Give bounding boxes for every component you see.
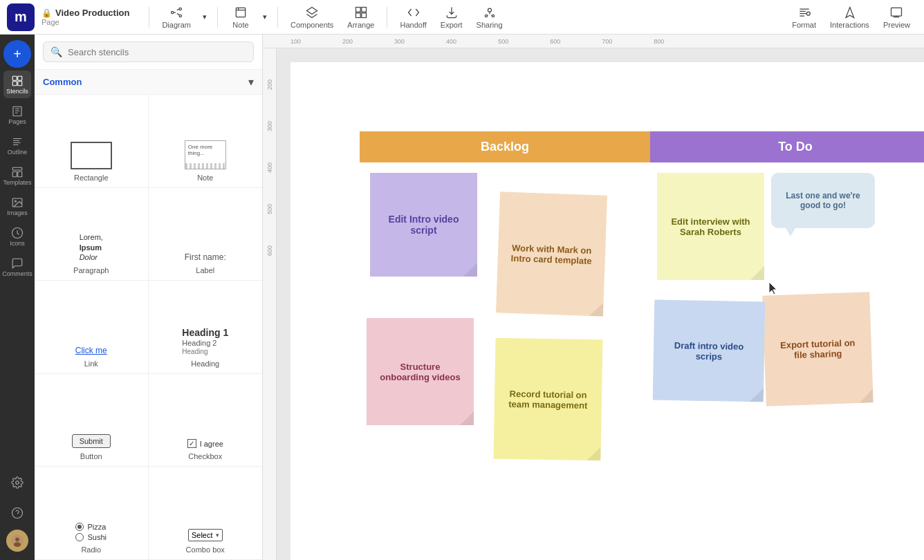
sharing-label: Sharing (477, 21, 503, 29)
kanban-board: Backlog Edit Intro video script Work wit… (360, 131, 924, 543)
svg-rect-19 (12, 171, 17, 177)
search-input[interactable] (68, 47, 246, 57)
sidebar-item-icons[interactable]: Icons (3, 223, 31, 250)
paragraph-label: Paragraph (73, 266, 109, 274)
stencil-label[interactable]: First name: Label (149, 188, 263, 281)
todo-column: To Do Edit interview with Sarah Roberts … (650, 131, 924, 543)
note-label: Note (197, 174, 213, 182)
canvas-content[interactable]: Backlog Edit Intro video script Work wit… (277, 48, 924, 560)
sidebar-item-images[interactable]: Images (3, 192, 31, 220)
main-area: + Stencils Pages Outline Templa (0, 35, 924, 560)
note-arrow[interactable]: ▾ (258, 10, 272, 24)
sticky-corner (859, 389, 874, 403)
app-logo[interactable]: m (7, 3, 35, 31)
preview-button[interactable]: Preview (876, 3, 917, 32)
backlog-header: Backlog (360, 131, 650, 162)
note-button[interactable]: Note (223, 3, 258, 32)
combo-box-label: Combo box (186, 545, 225, 554)
card-edit-intro[interactable]: Edit Intro video script (370, 173, 477, 277)
svg-rect-7 (362, 12, 367, 17)
project-subtitle: Page (41, 18, 129, 26)
components-label: Components (290, 21, 333, 29)
code-button[interactable]: Handoff (393, 3, 433, 32)
card-export-tutorial[interactable]: Export tutorial on file sharing (762, 292, 873, 406)
stencil-heading[interactable]: Heading 1 Heading 2 Heading Heading (149, 281, 263, 374)
card-record-tutorial[interactable]: Record tutorial on team management (493, 338, 602, 461)
ruler-mark-600: 600 (550, 38, 560, 45)
stencils-panel: 🔍 Common ▾ Rectangle One more thing... N… (35, 35, 263, 560)
export-button[interactable]: Export (434, 3, 470, 32)
stencils-section-header[interactable]: Common ▾ (35, 70, 262, 95)
interactions-label: Interactions (830, 21, 869, 29)
user-avatar[interactable] (6, 530, 28, 552)
svg-point-23 (16, 481, 19, 485)
combo-box-shape: Select ▾ (188, 529, 223, 541)
label-shape: First name: (185, 252, 226, 262)
format-label: Format (792, 21, 816, 29)
stencil-paragraph[interactable]: Lorem,IpsumDolor Paragraph (35, 188, 149, 281)
stencil-checkbox[interactable]: ✓ I agree Checkbox (149, 374, 263, 467)
sidebar-item-pages[interactable]: Pages (3, 101, 31, 129)
svg-rect-18 (12, 167, 22, 170)
todo-body[interactable]: Edit interview with Sarah Roberts Last o… (650, 162, 924, 543)
note-label: Note (232, 21, 248, 29)
stencil-note[interactable]: One more thing... Note (149, 95, 263, 188)
search-wrapper[interactable]: 🔍 (43, 41, 254, 62)
ruler-mark-800: 800 (654, 38, 664, 45)
stencil-radio[interactable]: Pizza Sushi Radio (35, 467, 149, 560)
sharing-button[interactable]: Sharing (470, 3, 510, 32)
ruler-mark-400: 400 (446, 38, 456, 45)
export-label: Export (441, 21, 463, 29)
stencil-button[interactable]: Submit Button (35, 374, 149, 467)
card-draft-intro[interactable]: Draft intro video scrips (653, 300, 766, 402)
add-button[interactable]: + (3, 40, 31, 68)
svg-point-11 (806, 12, 810, 15)
stencils-grid: Rectangle One more thing... Note Lorem,I… (35, 95, 262, 560)
card-work-mark[interactable]: Work with Mark on Intro card template (496, 192, 607, 316)
sticky-corner (460, 411, 474, 425)
stencil-rectangle[interactable]: Rectangle (35, 95, 149, 188)
settings-button[interactable] (3, 469, 31, 496)
ruler-mark-500: 500 (498, 38, 508, 45)
components-button[interactable]: Components (284, 3, 340, 32)
stencil-link[interactable]: Click me Link (35, 281, 149, 374)
svg-rect-6 (355, 12, 360, 17)
ruler-mark-300: 300 (394, 38, 405, 45)
note-shape: One more thing... (185, 140, 226, 169)
svg-rect-14 (18, 76, 22, 80)
format-button[interactable]: Format (785, 3, 823, 32)
sidebar-pages-label: Pages (8, 118, 26, 125)
diagram-button[interactable]: Diagram (155, 3, 198, 32)
sidebar-images-label: Images (7, 209, 28, 216)
interactions-button[interactable]: Interactions (823, 3, 876, 32)
sidebar-item-outline[interactable]: Outline (3, 131, 31, 159)
svg-point-26 (15, 538, 19, 542)
backlog-body[interactable]: Edit Intro video script Work with Mark o… (360, 162, 650, 543)
lock-icon: 🔒 (41, 8, 52, 18)
sidebar-item-comments[interactable]: Comments (3, 253, 31, 281)
canvas-area[interactable]: 100 200 300 400 500 600 700 800 200 300 … (263, 35, 924, 560)
card-edit-interview[interactable]: Edit interview with Sarah Roberts (657, 173, 764, 280)
radio-label: Radio (81, 545, 101, 554)
sidebar-item-templates[interactable]: Templates (3, 162, 31, 189)
card-structure-onboarding[interactable]: Structure onboarding videos (367, 318, 474, 425)
svg-rect-13 (12, 76, 17, 80)
svg-point-8 (488, 8, 491, 12)
section-chevron: ▾ (248, 75, 254, 88)
diagram-arrow[interactable]: ▾ (198, 10, 212, 24)
svg-point-1 (179, 8, 181, 10)
link-label: Link (84, 360, 98, 368)
card-last-one[interactable]: Last one and we're good to go! (771, 173, 875, 228)
toolbar: m 🔒 Video Production Page Diagram ▾ Note… (0, 0, 924, 35)
arrange-button[interactable]: Arrange (340, 3, 381, 32)
sidebar-item-stencils[interactable]: Stencils (3, 71, 31, 98)
search-icon: 🔍 (50, 46, 62, 57)
help-button[interactable] (3, 499, 31, 527)
ruler-left: 200 300 400 500 600 (263, 48, 277, 560)
section-title: Common (43, 77, 82, 87)
canvas-inner[interactable]: Backlog Edit Intro video script Work wit… (290, 62, 924, 560)
stencil-combo-box[interactable]: Select ▾ Combo box (149, 467, 263, 560)
sticky-corner (589, 302, 604, 317)
heading-shape: Heading 1 Heading 2 Heading (182, 327, 228, 355)
button-label: Button (80, 452, 102, 460)
